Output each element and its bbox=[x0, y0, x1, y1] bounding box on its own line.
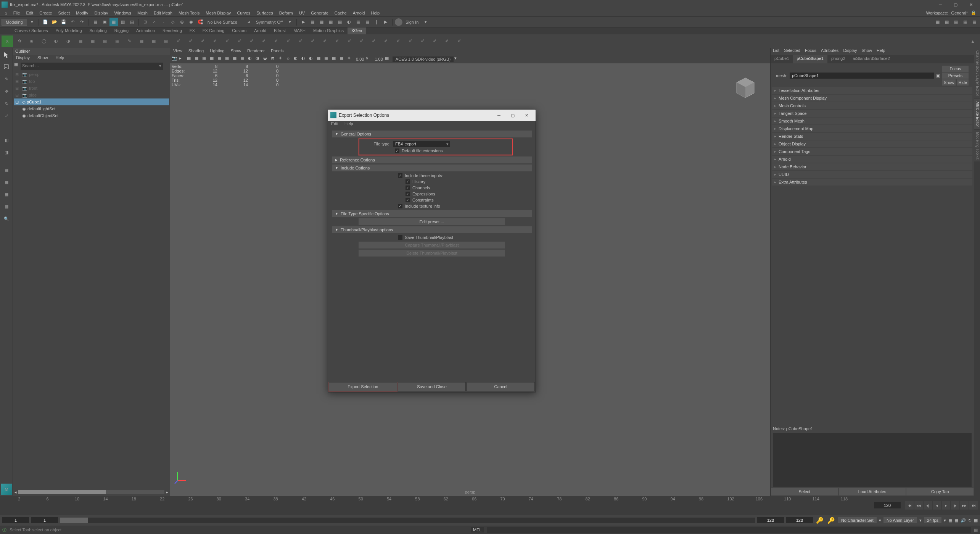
range-end-field[interactable]: 120 bbox=[786, 517, 813, 523]
side-tab-modeling[interactable]: Modeling Toolkit bbox=[974, 130, 980, 162]
timeline-current-frame[interactable]: 120 bbox=[874, 502, 901, 508]
menu-arnold[interactable]: Arnold bbox=[350, 10, 368, 16]
shelf-tab-anim[interactable]: Animation bbox=[132, 27, 159, 34]
attr-menu-list[interactable]: List bbox=[773, 48, 779, 55]
shelf-icon-9[interactable]: ▦ bbox=[111, 35, 123, 47]
shelf-icon-28[interactable]: ✐ bbox=[343, 35, 355, 47]
snap-curve-icon[interactable]: ○ bbox=[150, 18, 159, 26]
shelf-tab-fx[interactable]: FX bbox=[186, 27, 199, 34]
vp-shade2-icon[interactable]: ◑ bbox=[256, 56, 262, 63]
shelf-icon-10[interactable]: ✎ bbox=[124, 35, 135, 47]
snap-grid-icon[interactable]: ⊞ bbox=[141, 18, 150, 26]
constraints-checkbox[interactable] bbox=[406, 198, 410, 202]
attr-menu-attributes[interactable]: Attributes bbox=[821, 48, 838, 55]
view-cube-gizmo[interactable] bbox=[732, 75, 759, 102]
shelf-icon-16[interactable]: ✐ bbox=[197, 35, 208, 47]
dialog-minimize-button[interactable]: ─ bbox=[492, 110, 506, 121]
scale-tool-icon[interactable]: ⤢ bbox=[1, 110, 12, 121]
vp-gate-icon[interactable]: ▦ bbox=[233, 56, 240, 63]
hide-button[interactable]: Hide bbox=[957, 79, 969, 86]
toolbar-right5-icon[interactable]: ▦ bbox=[970, 18, 978, 26]
attr-menu-display[interactable]: Display bbox=[843, 48, 857, 55]
shelf-tab-arnold[interactable]: Arnold bbox=[250, 27, 270, 34]
shelf-tab-xgen[interactable]: XGen bbox=[348, 27, 366, 34]
section-renderstats[interactable]: Render Stats bbox=[772, 133, 972, 140]
section-meshcontrols[interactable]: Mesh Controls bbox=[772, 102, 972, 109]
outliner-item-top[interactable]: ⊞📷top bbox=[14, 78, 169, 85]
dialog-close-button[interactable]: ✕ bbox=[520, 110, 533, 121]
vp-cs-arrow-icon[interactable]: ▾ bbox=[454, 56, 461, 63]
outliner-item-side[interactable]: ⊞📷side bbox=[14, 92, 169, 98]
section-uuid[interactable]: UUID bbox=[772, 171, 972, 178]
minimize-button[interactable]: ─ bbox=[933, 0, 948, 9]
shelf-icon-4[interactable]: ◐ bbox=[50, 35, 62, 47]
volume-icon[interactable]: 🔊 bbox=[961, 518, 966, 523]
shelf-icon-11[interactable]: ▦ bbox=[136, 35, 147, 47]
fps-dropdown[interactable]: 24 fps bbox=[924, 517, 941, 523]
shelf-icon-12[interactable]: ▦ bbox=[148, 35, 159, 47]
vp-film-icon[interactable]: ▦ bbox=[225, 56, 232, 63]
menu-edit-mesh[interactable]: Edit Mesh bbox=[151, 10, 175, 16]
shelf-icon-x[interactable]: X bbox=[2, 35, 13, 47]
light-editor-icon[interactable]: ▦ bbox=[354, 18, 362, 26]
shelf-icon-13[interactable]: ▦ bbox=[160, 35, 172, 47]
vp-x2-icon[interactable]: ▦ bbox=[332, 56, 339, 63]
shelf-icon-8[interactable]: ▦ bbox=[99, 35, 111, 47]
four-view-icon[interactable]: ▦ bbox=[1, 189, 12, 200]
shelf-tab-fxcache[interactable]: FX Caching bbox=[199, 27, 228, 34]
attr-load-button[interactable]: Load Attributes bbox=[838, 487, 906, 496]
shelf-tab-mash[interactable]: MASH bbox=[290, 27, 309, 34]
section-include-options[interactable]: ▼Include Options bbox=[332, 165, 532, 171]
menu-display[interactable]: Display bbox=[91, 10, 111, 16]
section-extra[interactable]: Extra Attributes bbox=[772, 179, 972, 186]
vp-menu-show[interactable]: Show bbox=[230, 48, 242, 55]
outliner-hscroll[interactable] bbox=[18, 490, 164, 494]
outliner-toggle-icon[interactable]: ▦ bbox=[1, 164, 12, 176]
menu-mesh-tools[interactable]: Mesh Tools bbox=[175, 10, 203, 16]
menu-edit[interactable]: Edit bbox=[23, 10, 36, 16]
menu-curves[interactable]: Curves bbox=[234, 10, 253, 16]
vp-wire-icon[interactable]: ◒ bbox=[263, 56, 270, 63]
vp-exposure-value[interactable]: 0.00 bbox=[355, 57, 365, 61]
vp-menu-lighting[interactable]: Lighting bbox=[209, 48, 225, 55]
attr-copy-button[interactable]: Copy Tab bbox=[906, 487, 974, 496]
side-tab-channelbox[interactable]: Channel Box / Layer Editor bbox=[974, 48, 980, 98]
export-selection-button[interactable]: Export Selection bbox=[329, 382, 397, 391]
side-tab-attreditor[interactable]: Attribute Editor bbox=[974, 99, 980, 129]
section-objdisplay[interactable]: Object Display bbox=[772, 140, 972, 147]
snap-point-icon[interactable]: ◦ bbox=[159, 18, 168, 26]
signin-arrow-icon[interactable]: ▾ bbox=[422, 18, 430, 26]
shelf-icon-32[interactable]: ✐ bbox=[392, 35, 404, 47]
outliner-scroll-right-icon[interactable]: ▸ bbox=[166, 490, 168, 495]
attr-tab-aistandard[interactable]: aiStandardSurface2 bbox=[849, 55, 894, 63]
paint-select-icon[interactable]: ✎ bbox=[1, 73, 12, 85]
notes-textarea[interactable] bbox=[773, 433, 972, 487]
shelf-icon-6[interactable]: ▦ bbox=[75, 35, 86, 47]
redo-icon[interactable]: ↷ bbox=[78, 18, 86, 26]
vp-menu-shading[interactable]: Shading bbox=[188, 48, 204, 55]
show-button[interactable]: Show bbox=[942, 79, 956, 86]
shelf-icon-21[interactable]: ✐ bbox=[258, 35, 269, 47]
select-object-icon[interactable]: ▣ bbox=[100, 18, 109, 26]
rotate-tool-icon[interactable]: ↻ bbox=[1, 98, 12, 109]
set-key-icon[interactable]: 🔑 bbox=[815, 516, 824, 525]
shelf-icon-18[interactable]: ✐ bbox=[221, 35, 233, 47]
section-displacement[interactable]: Displacement Map bbox=[772, 125, 972, 132]
persp-layout-icon[interactable]: ▦ bbox=[1, 176, 12, 188]
menu-modify[interactable]: Modify bbox=[73, 10, 91, 16]
undo-icon[interactable]: ↶ bbox=[69, 18, 77, 26]
vp-gamma-icon[interactable]: γ bbox=[366, 56, 373, 63]
shelf-icon-5[interactable]: ◑ bbox=[63, 35, 74, 47]
sign-in-button[interactable]: Sign In bbox=[403, 20, 421, 24]
menu-create[interactable]: Create bbox=[36, 10, 55, 16]
menu-windows[interactable]: Windows bbox=[111, 10, 134, 16]
menu-mesh-display[interactable]: Mesh Display bbox=[203, 10, 234, 16]
vp-x3-icon[interactable]: ▦ bbox=[340, 56, 346, 63]
save-thumbnail-checkbox[interactable] bbox=[398, 235, 402, 240]
render-setup-icon[interactable]: ◐ bbox=[345, 18, 353, 26]
step-forward-key-icon[interactable]: ▸▸ bbox=[960, 501, 969, 510]
shelf-icon-29[interactable]: ✐ bbox=[356, 35, 367, 47]
vp-light2-icon[interactable]: ☼ bbox=[286, 56, 293, 63]
vp-expo-icon[interactable]: ☀ bbox=[347, 56, 354, 63]
shelf-icon-3[interactable]: ◯ bbox=[38, 35, 50, 47]
